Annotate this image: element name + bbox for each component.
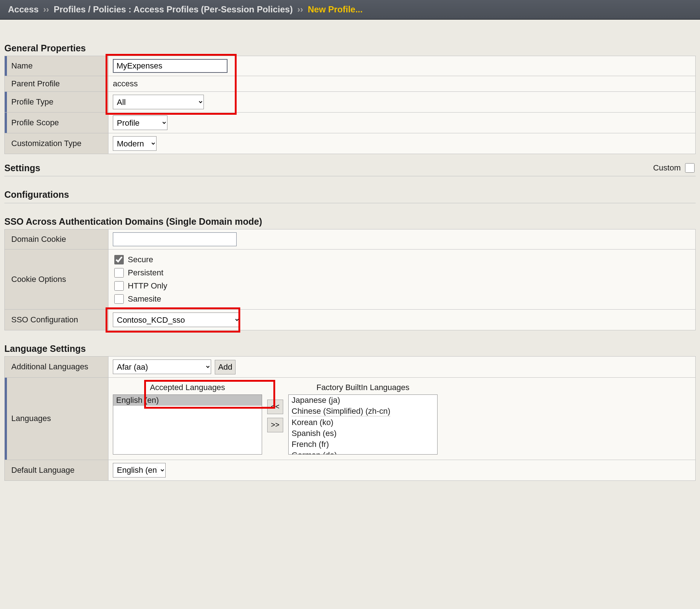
move-right-button[interactable]: >> [267,418,283,432]
customization-type-select[interactable]: Modern [113,136,157,151]
list-item[interactable]: French (fr) [289,439,437,450]
sso-config-label: SSO Configuration [5,310,108,330]
factory-languages-listbox[interactable]: Japanese (ja)Chinese (Simplified) (zh-cn… [288,394,438,455]
languages-label: Languages [5,377,108,460]
custom-checkbox-wrapper[interactable]: Custom [653,162,696,174]
breadcrumb-mid[interactable]: Profiles / Policies : Access Profiles (P… [54,4,293,14]
default-language-label: Default Language [5,460,108,480]
persistent-checkbox[interactable] [114,268,124,278]
profile-type-select[interactable]: All [113,95,204,109]
profile-scope-select[interactable]: Profile [113,115,167,130]
list-item[interactable]: English (en) [113,395,262,406]
language-settings-table: Additional Languages Afar (aa) Add Langu… [4,356,696,481]
section-title-settings: Settings [4,163,40,173]
list-item[interactable]: Spanish (es) [289,428,437,439]
secure-label: Secure [128,255,153,264]
profile-scope-label: Profile Scope [5,113,108,133]
profile-type-label: Profile Type [5,92,108,113]
domain-cookie-label: Domain Cookie [5,229,108,250]
httponly-checkbox[interactable] [114,281,124,291]
httponly-label: HTTP Only [128,281,167,291]
parent-profile-value: access [108,76,696,92]
cookie-options-label: Cookie Options [5,250,108,310]
move-left-button[interactable]: << [267,400,283,414]
breadcrumb-current: New Profile... [308,4,363,14]
general-properties-table: Name Parent Profile access Profile Type … [4,56,696,154]
name-label: Name [5,56,108,76]
custom-checkbox[interactable] [685,163,695,173]
breadcrumb: Access ›› Profiles / Policies : Access P… [0,0,700,20]
section-title-configurations: Configurations [4,189,696,203]
additional-languages-label: Additional Languages [5,357,108,378]
custom-label: Custom [653,163,681,173]
breadcrumb-sep-icon: ›› [41,4,51,14]
samesite-label: Samesite [128,294,161,304]
list-item[interactable]: Chinese (Simplified) (zh-cn) [289,406,437,417]
accepted-languages-title: Accepted Languages [150,383,225,392]
secure-checkbox[interactable] [114,255,124,264]
default-language-select[interactable]: English (en) [113,463,166,478]
breadcrumb-sep-icon: ›› [295,4,305,14]
domain-cookie-input[interactable] [113,232,237,246]
list-item[interactable]: Japanese (ja) [289,395,437,406]
section-title-general: General Properties [4,43,696,54]
accepted-languages-listbox[interactable]: English (en) [113,394,262,455]
sso-domains-table: Domain Cookie Cookie Options Secure Pers… [4,229,696,330]
section-title-sso-domains: SSO Across Authentication Domains (Singl… [4,216,696,227]
sso-config-select[interactable]: Contoso_KCD_sso [113,313,240,327]
customization-type-label: Customization Type [5,133,108,154]
persistent-label: Persistent [128,268,163,278]
additional-languages-select[interactable]: Afar (aa) [113,359,211,374]
parent-profile-label: Parent Profile [5,76,108,92]
list-item[interactable]: German (de) [289,450,437,455]
samesite-checkbox[interactable] [114,294,124,304]
breadcrumb-root[interactable]: Access [8,4,39,14]
list-item[interactable]: Korean (ko) [289,417,437,428]
add-language-button[interactable]: Add [215,360,236,374]
section-title-language: Language Settings [4,343,696,354]
name-input[interactable] [113,59,228,73]
factory-languages-title: Factory BuiltIn Languages [316,383,410,392]
